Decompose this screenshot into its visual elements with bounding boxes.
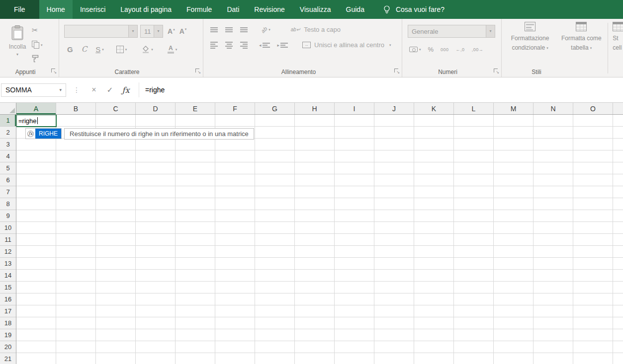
row-header-14[interactable]: 14 bbox=[0, 270, 16, 282]
column-header-m[interactable]: M bbox=[494, 103, 534, 114]
row-header-16[interactable]: 16 bbox=[0, 293, 16, 305]
number-format-combo[interactable]: Generale ▾ bbox=[408, 25, 495, 38]
active-cell-a1[interactable]: =righe bbox=[16, 114, 57, 127]
percent-style-button[interactable]: % bbox=[428, 46, 434, 53]
row-header-7[interactable]: 7 bbox=[0, 186, 16, 198]
align-right-button[interactable] bbox=[240, 42, 248, 49]
decrease-indent-button[interactable]: ◂ bbox=[259, 43, 270, 48]
row-header-17[interactable]: 17 bbox=[0, 305, 16, 317]
column-header-o[interactable]: O bbox=[573, 103, 613, 114]
formula-bar-grip-icon[interactable]: ⋮ bbox=[73, 86, 80, 94]
wrap-text-button[interactable]: ab↵ Testo a capo bbox=[291, 26, 341, 33]
cell-styles-button[interactable]: St cell bbox=[610, 22, 623, 52]
row-header-19[interactable]: 19 bbox=[0, 329, 16, 341]
row-header-1[interactable]: 1 bbox=[0, 115, 16, 127]
underline-button[interactable]: S ▾ bbox=[95, 45, 104, 54]
merge-center-button[interactable]: ↔ Unisci e allinea al centro ▾ bbox=[302, 41, 391, 49]
comma-style-button[interactable]: 000 bbox=[441, 47, 449, 52]
tab-dati[interactable]: Dati bbox=[219, 0, 247, 19]
font-size-combo[interactable]: 11 ▾ bbox=[140, 25, 163, 38]
column-header-l[interactable]: L bbox=[454, 103, 494, 114]
autocomplete-item-righe[interactable]: RIGHE bbox=[35, 129, 61, 139]
row-header-20[interactable]: 20 bbox=[0, 341, 16, 353]
accounting-format-button[interactable]: ▾ bbox=[409, 47, 421, 52]
row-header-9[interactable]: 9 bbox=[0, 210, 16, 222]
formula-input[interactable]: =righe bbox=[143, 86, 623, 94]
align-bottom-button[interactable] bbox=[240, 27, 248, 32]
combo-arrow[interactable]: ▾ bbox=[486, 25, 495, 37]
tab-inserisci[interactable]: Inserisci bbox=[73, 0, 113, 19]
column-header-d[interactable]: D bbox=[136, 103, 176, 114]
tab-file[interactable]: File bbox=[0, 0, 39, 19]
column-header-i[interactable]: I bbox=[335, 103, 374, 114]
name-box[interactable]: SOMMA ▾ bbox=[1, 83, 66, 97]
tell-me-search[interactable]: Cosa vuoi fare? bbox=[383, 0, 445, 19]
column-header-c[interactable]: C bbox=[96, 103, 136, 114]
column-header-h[interactable]: H bbox=[295, 103, 335, 114]
orientation-button[interactable]: ab ▾ bbox=[261, 27, 270, 33]
format-painter-button[interactable] bbox=[32, 55, 43, 63]
bold-button[interactable]: G bbox=[67, 45, 73, 54]
tab-formule[interactable]: Formule bbox=[179, 0, 219, 19]
tab-home[interactable]: Home bbox=[39, 0, 73, 19]
dialog-launcher-font[interactable]: ↘ bbox=[194, 68, 201, 74]
tab-guida[interactable]: Guida bbox=[339, 0, 372, 19]
row-header-21[interactable]: 21 bbox=[0, 353, 16, 364]
column-header-f[interactable]: F bbox=[215, 103, 255, 114]
combo-arrow[interactable]: ▾ bbox=[154, 25, 163, 37]
enter-button[interactable]: ✓ bbox=[102, 85, 118, 94]
decrease-decimal-button[interactable]: ,00→ bbox=[472, 47, 484, 52]
copy-button[interactable]: ▾ bbox=[32, 41, 43, 49]
row-header-12[interactable]: 12 bbox=[0, 246, 16, 258]
font-name-combo[interactable]: ▾ bbox=[64, 25, 138, 38]
currency-icon bbox=[409, 47, 418, 52]
fill-color-button[interactable]: ▾ bbox=[142, 46, 153, 53]
cancel-button[interactable]: × bbox=[86, 85, 102, 94]
column-header-j[interactable]: J bbox=[374, 103, 414, 114]
dialog-launcher-alignment[interactable]: ↘ bbox=[393, 68, 400, 74]
align-center-button[interactable] bbox=[225, 42, 233, 49]
row-header-15[interactable]: 15 bbox=[0, 282, 16, 293]
format-as-table-button[interactable]: Formatta come tabella ▾ bbox=[556, 22, 606, 52]
column-header-k[interactable]: K bbox=[414, 103, 454, 114]
align-middle-button[interactable] bbox=[225, 27, 233, 32]
increase-font-size-button[interactable]: A ▴ bbox=[168, 27, 175, 35]
row-header-5[interactable]: 5 bbox=[0, 162, 16, 174]
tab-revisione[interactable]: Revisione bbox=[247, 0, 292, 19]
row-header-11[interactable]: 11 bbox=[0, 234, 16, 246]
row-header-6[interactable]: 6 bbox=[0, 174, 16, 186]
row-header-4[interactable]: 4 bbox=[0, 150, 16, 162]
insert-function-button[interactable]: ƒx bbox=[118, 85, 134, 95]
grid-cells[interactable]: =righe ƒx RIGHE Restituisce il numero di… bbox=[16, 115, 623, 364]
combo-arrow[interactable]: ▾ bbox=[128, 25, 137, 37]
column-header-n[interactable]: N bbox=[534, 103, 573, 114]
paste-button[interactable]: Incolla ▾ bbox=[4, 23, 31, 73]
row-header-8[interactable]: 8 bbox=[0, 198, 16, 210]
column-header-b[interactable]: B bbox=[56, 103, 96, 114]
dialog-launcher-number[interactable]: ↘ bbox=[493, 68, 500, 74]
row-header-18[interactable]: 18 bbox=[0, 317, 16, 329]
tab-visualizza[interactable]: Visualizza bbox=[292, 0, 339, 19]
column-header-partial[interactable] bbox=[613, 103, 623, 114]
row-header-13[interactable]: 13 bbox=[0, 258, 16, 270]
italic-button[interactable]: C bbox=[82, 45, 87, 54]
align-top-button[interactable] bbox=[210, 27, 218, 32]
column-header-e[interactable]: E bbox=[176, 103, 215, 114]
dialog-launcher-clipboard[interactable]: ↘ bbox=[50, 68, 57, 74]
column-header-a[interactable]: A bbox=[16, 103, 56, 114]
decrease-font-size-button[interactable]: A ▾ bbox=[179, 27, 187, 35]
row-header-10[interactable]: 10 bbox=[0, 222, 16, 234]
autocomplete-list[interactable]: ƒx RIGHE bbox=[25, 128, 62, 139]
borders-button[interactable]: ▾ bbox=[116, 46, 127, 53]
row-header-3[interactable]: 3 bbox=[0, 139, 16, 150]
increase-decimal-button[interactable]: ←,0 bbox=[456, 47, 465, 52]
select-all-button[interactable] bbox=[0, 103, 16, 115]
column-header-g[interactable]: G bbox=[255, 103, 295, 114]
row-header-2[interactable]: 2 bbox=[0, 127, 16, 139]
font-color-button[interactable]: A ▾ bbox=[168, 45, 178, 54]
align-left-button[interactable] bbox=[210, 42, 218, 49]
conditional-formatting-button[interactable]: Formattazione condizionale ▾ bbox=[504, 22, 556, 52]
tab-layout-di-pagina[interactable]: Layout di pagina bbox=[113, 0, 179, 19]
cut-button[interactable]: ✂ bbox=[32, 26, 43, 35]
increase-indent-button[interactable]: ▸ bbox=[277, 43, 288, 48]
